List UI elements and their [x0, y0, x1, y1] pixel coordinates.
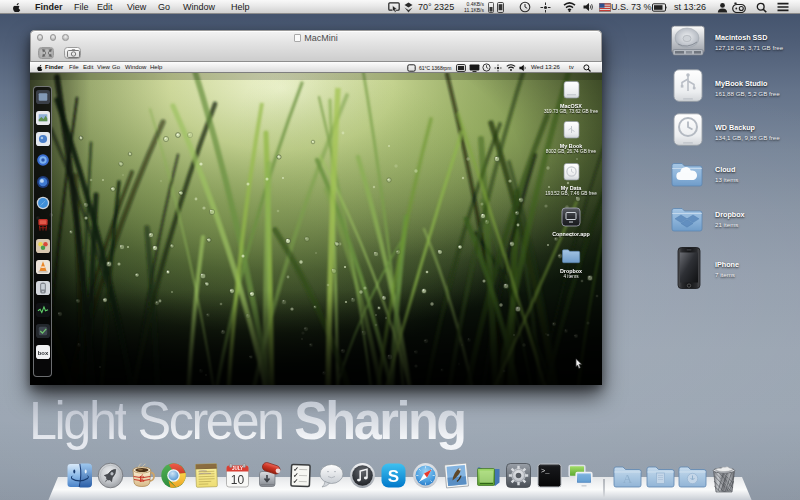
svg-text:A: A	[623, 471, 633, 486]
svg-text:✓: ✓	[293, 477, 299, 484]
svg-text:box: box	[38, 350, 49, 356]
svg-text:JULY: JULY	[232, 466, 243, 471]
svg-text:S: S	[388, 467, 399, 486]
svg-text:10: 10	[231, 473, 245, 487]
svg-text:É: É	[139, 473, 144, 483]
svg-text:>_: >_	[541, 467, 550, 475]
